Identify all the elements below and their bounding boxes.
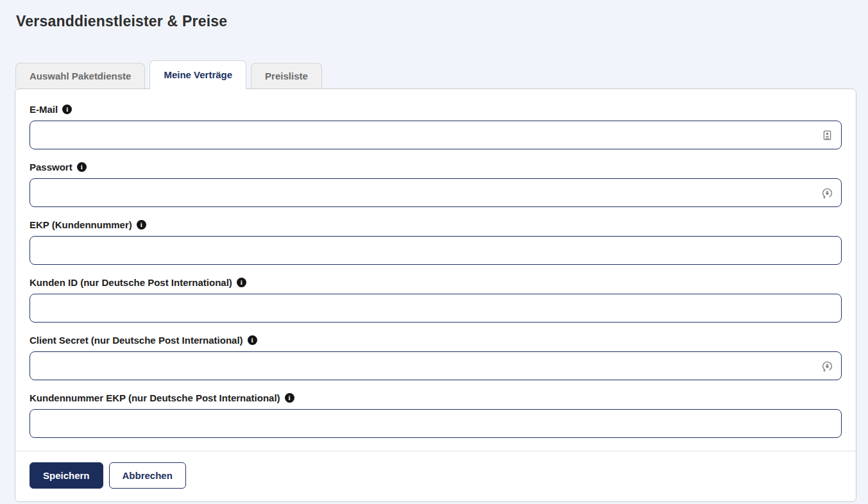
form-actions: Speichern Abbrechen xyxy=(30,462,842,489)
tab-meine-vertraege[interactable]: Meine Verträge xyxy=(149,60,246,89)
footer-divider xyxy=(15,451,856,451)
client-secret-label: Client Secret (nur Deutsche Post Interna… xyxy=(30,335,842,346)
password-input[interactable] xyxy=(30,178,842,207)
cancel-button[interactable]: Abbrechen xyxy=(109,462,186,489)
field-client-secret: Client Secret (nur Deutsche Post Interna… xyxy=(30,335,842,380)
page-title: Versanddienstleister & Preise xyxy=(16,13,868,30)
tab-bar: Auswahl Paketdienste Meine Verträge Prei… xyxy=(15,60,856,88)
info-icon[interactable] xyxy=(62,105,72,114)
email-input[interactable] xyxy=(30,121,842,149)
contracts-form-panel: E-Mail Passwort xyxy=(15,88,856,502)
kundennummer-ekp-input[interactable] xyxy=(30,409,842,438)
tab-auswahl-paketdienste[interactable]: Auswahl Paketdienste xyxy=(15,63,145,88)
password-manager-icon[interactable] xyxy=(821,187,833,199)
password-manager-icon[interactable] xyxy=(821,360,833,372)
ekp-label-text: EKP (Kundennummer) xyxy=(30,219,132,230)
field-kundennummer-ekp: Kundennummer EKP (nur Deutsche Post Inte… xyxy=(30,392,842,438)
email-label-text: E-Mail xyxy=(30,104,58,115)
email-label: E-Mail xyxy=(30,104,842,115)
tab-preisliste[interactable]: Preisliste xyxy=(251,63,322,88)
field-ekp: EKP (Kundennummer) xyxy=(30,219,842,265)
autofill-contact-icon[interactable] xyxy=(821,129,833,141)
password-label: Passwort xyxy=(30,162,842,172)
kunden-id-label: Kunden ID (nur Deutsche Post Internation… xyxy=(30,277,842,288)
info-icon[interactable] xyxy=(77,162,87,172)
kunden-id-input[interactable] xyxy=(30,294,842,323)
ekp-label: EKP (Kundennummer) xyxy=(30,219,842,230)
password-label-text: Passwort xyxy=(30,162,72,172)
info-icon[interactable] xyxy=(248,335,257,345)
kundennummer-ekp-label-text: Kundennummer EKP (nur Deutsche Post Inte… xyxy=(30,392,280,403)
save-button[interactable]: Speichern xyxy=(30,462,103,489)
ekp-input[interactable] xyxy=(30,236,842,265)
info-icon[interactable] xyxy=(285,393,294,403)
client-secret-label-text: Client Secret (nur Deutsche Post Interna… xyxy=(30,335,243,346)
field-password: Passwort xyxy=(30,162,842,207)
info-icon[interactable] xyxy=(137,220,146,230)
field-kunden-id: Kunden ID (nur Deutsche Post Internation… xyxy=(30,277,842,323)
field-email: E-Mail xyxy=(30,104,842,149)
info-icon[interactable] xyxy=(237,278,246,287)
settings-page: Versanddienstleister & Preise Auswahl Pa… xyxy=(0,0,868,502)
kunden-id-label-text: Kunden ID (nur Deutsche Post Internation… xyxy=(30,277,232,288)
kundennummer-ekp-label: Kundennummer EKP (nur Deutsche Post Inte… xyxy=(30,392,842,403)
client-secret-input[interactable] xyxy=(30,351,842,380)
